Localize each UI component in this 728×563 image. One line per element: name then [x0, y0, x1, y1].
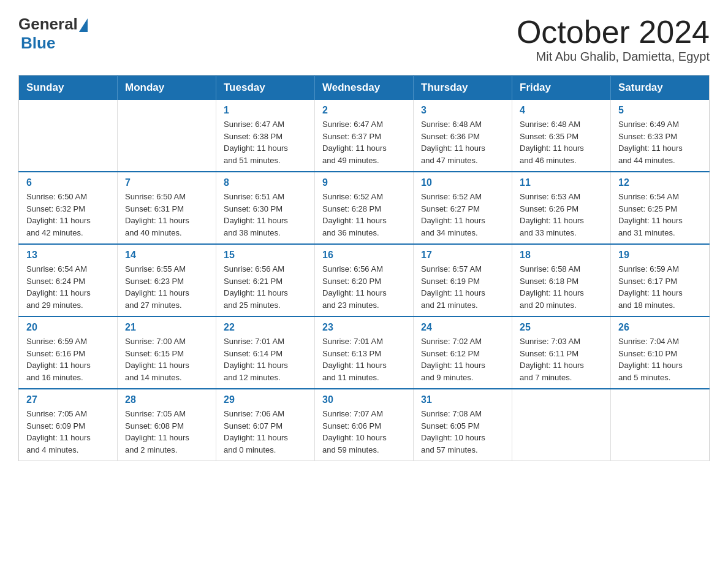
calendar-cell: 3Sunrise: 6:48 AM Sunset: 6:36 PM Daylig…: [414, 100, 512, 172]
day-info: Sunrise: 6:47 AM Sunset: 6:37 PM Dayligh…: [322, 118, 406, 166]
day-number: 7: [125, 177, 208, 188]
weekday-header-saturday: Saturday: [611, 75, 710, 101]
day-info: Sunrise: 6:48 AM Sunset: 6:35 PM Dayligh…: [520, 118, 603, 166]
calendar-cell: 11Sunrise: 6:53 AM Sunset: 6:26 PM Dayli…: [512, 172, 611, 244]
day-info: Sunrise: 6:52 AM Sunset: 6:27 PM Dayligh…: [421, 191, 504, 239]
day-number: 25: [520, 322, 603, 333]
title-area: October 2024 Mit Abu Ghalib, Damietta, E…: [517, 15, 710, 64]
week-row-5: 27Sunrise: 7:05 AM Sunset: 6:09 PM Dayli…: [19, 389, 710, 461]
day-number: 2: [322, 105, 406, 116]
day-info: Sunrise: 7:01 AM Sunset: 6:14 PM Dayligh…: [224, 335, 307, 383]
day-info: Sunrise: 7:00 AM Sunset: 6:15 PM Dayligh…: [125, 335, 208, 383]
calendar-cell: [512, 389, 611, 461]
calendar-cell: 7Sunrise: 6:50 AM Sunset: 6:31 PM Daylig…: [118, 172, 216, 244]
calendar-cell: 18Sunrise: 6:58 AM Sunset: 6:18 PM Dayli…: [512, 244, 611, 316]
logo: General Blue: [18, 15, 88, 53]
day-info: Sunrise: 6:59 AM Sunset: 6:16 PM Dayligh…: [26, 335, 110, 383]
calendar-cell: 9Sunrise: 6:52 AM Sunset: 6:28 PM Daylig…: [315, 172, 414, 244]
day-info: Sunrise: 6:56 AM Sunset: 6:20 PM Dayligh…: [322, 263, 406, 311]
location-title: Mit Abu Ghalib, Damietta, Egypt: [517, 50, 710, 64]
weekday-header-tuesday: Tuesday: [216, 75, 315, 101]
day-number: 28: [125, 394, 208, 405]
day-info: Sunrise: 6:54 AM Sunset: 6:24 PM Dayligh…: [26, 263, 110, 311]
calendar-cell: 5Sunrise: 6:49 AM Sunset: 6:33 PM Daylig…: [611, 100, 710, 172]
week-row-3: 13Sunrise: 6:54 AM Sunset: 6:24 PM Dayli…: [19, 244, 710, 316]
day-info: Sunrise: 6:57 AM Sunset: 6:19 PM Dayligh…: [421, 263, 504, 311]
week-row-2: 6Sunrise: 6:50 AM Sunset: 6:32 PM Daylig…: [19, 172, 710, 244]
day-number: 23: [322, 322, 406, 333]
day-info: Sunrise: 7:08 AM Sunset: 6:05 PM Dayligh…: [421, 408, 504, 456]
day-info: Sunrise: 6:50 AM Sunset: 6:31 PM Dayligh…: [125, 191, 208, 239]
day-info: Sunrise: 6:48 AM Sunset: 6:36 PM Dayligh…: [421, 118, 504, 166]
calendar-cell: 23Sunrise: 7:01 AM Sunset: 6:13 PM Dayli…: [315, 316, 414, 389]
day-info: Sunrise: 7:07 AM Sunset: 6:06 PM Dayligh…: [322, 408, 406, 456]
day-number: 19: [618, 250, 702, 261]
day-info: Sunrise: 6:55 AM Sunset: 6:23 PM Dayligh…: [125, 263, 208, 311]
logo-general-text: General: [18, 15, 78, 34]
day-info: Sunrise: 6:47 AM Sunset: 6:38 PM Dayligh…: [224, 118, 307, 166]
week-row-1: 1Sunrise: 6:47 AM Sunset: 6:38 PM Daylig…: [19, 100, 710, 172]
day-info: Sunrise: 6:53 AM Sunset: 6:26 PM Dayligh…: [520, 191, 603, 239]
day-info: Sunrise: 7:02 AM Sunset: 6:12 PM Dayligh…: [421, 335, 504, 383]
calendar-table: SundayMondayTuesdayWednesdayThursdayFrid…: [18, 75, 710, 461]
calendar-cell: 13Sunrise: 6:54 AM Sunset: 6:24 PM Dayli…: [19, 244, 118, 316]
day-info: Sunrise: 7:05 AM Sunset: 6:09 PM Dayligh…: [26, 408, 110, 456]
day-info: Sunrise: 6:52 AM Sunset: 6:28 PM Dayligh…: [322, 191, 406, 239]
day-number: 13: [26, 250, 110, 261]
calendar-cell: [118, 100, 216, 172]
calendar-cell: 2Sunrise: 6:47 AM Sunset: 6:37 PM Daylig…: [315, 100, 414, 172]
calendar-cell: 28Sunrise: 7:05 AM Sunset: 6:08 PM Dayli…: [118, 389, 216, 461]
calendar-cell: 20Sunrise: 6:59 AM Sunset: 6:16 PM Dayli…: [19, 316, 118, 389]
month-title: October 2024: [517, 15, 710, 50]
calendar-cell: 12Sunrise: 6:54 AM Sunset: 6:25 PM Dayli…: [611, 172, 710, 244]
calendar-cell: 10Sunrise: 6:52 AM Sunset: 6:27 PM Dayli…: [414, 172, 512, 244]
day-number: 9: [322, 177, 406, 188]
weekday-header-row: SundayMondayTuesdayWednesdayThursdayFrid…: [19, 75, 710, 101]
day-info: Sunrise: 6:58 AM Sunset: 6:18 PM Dayligh…: [520, 263, 603, 311]
day-number: 16: [322, 250, 406, 261]
day-number: 18: [520, 250, 603, 261]
calendar-cell: 15Sunrise: 6:56 AM Sunset: 6:21 PM Dayli…: [216, 244, 315, 316]
day-info: Sunrise: 6:51 AM Sunset: 6:30 PM Dayligh…: [224, 191, 307, 239]
day-info: Sunrise: 7:01 AM Sunset: 6:13 PM Dayligh…: [322, 335, 406, 383]
calendar-cell: 26Sunrise: 7:04 AM Sunset: 6:10 PM Dayli…: [611, 316, 710, 389]
calendar-cell: 31Sunrise: 7:08 AM Sunset: 6:05 PM Dayli…: [414, 389, 512, 461]
day-number: 29: [224, 394, 307, 405]
day-number: 17: [421, 250, 504, 261]
day-number: 10: [421, 177, 504, 188]
day-number: 1: [224, 105, 307, 116]
day-number: 12: [618, 177, 702, 188]
weekday-header-monday: Monday: [118, 75, 216, 101]
calendar-cell: 29Sunrise: 7:06 AM Sunset: 6:07 PM Dayli…: [216, 389, 315, 461]
day-info: Sunrise: 7:04 AM Sunset: 6:10 PM Dayligh…: [618, 335, 702, 383]
day-info: Sunrise: 7:05 AM Sunset: 6:08 PM Dayligh…: [125, 408, 208, 456]
calendar-cell: [611, 389, 710, 461]
day-info: Sunrise: 6:50 AM Sunset: 6:32 PM Dayligh…: [26, 191, 110, 239]
day-number: 8: [224, 177, 307, 188]
weekday-header-sunday: Sunday: [19, 75, 118, 101]
day-number: 20: [26, 322, 110, 333]
calendar-cell: 6Sunrise: 6:50 AM Sunset: 6:32 PM Daylig…: [19, 172, 118, 244]
day-number: 31: [421, 394, 504, 405]
calendar-cell: 17Sunrise: 6:57 AM Sunset: 6:19 PM Dayli…: [414, 244, 512, 316]
weekday-header-wednesday: Wednesday: [315, 75, 414, 101]
day-info: Sunrise: 6:49 AM Sunset: 6:33 PM Dayligh…: [618, 118, 702, 166]
day-info: Sunrise: 6:59 AM Sunset: 6:17 PM Dayligh…: [618, 263, 702, 311]
day-number: 3: [421, 105, 504, 116]
logo-blue-text: Blue: [21, 34, 55, 52]
day-number: 27: [26, 394, 110, 405]
day-number: 22: [224, 322, 307, 333]
calendar-cell: 22Sunrise: 7:01 AM Sunset: 6:14 PM Dayli…: [216, 316, 315, 389]
day-number: 4: [520, 105, 603, 116]
day-number: 15: [224, 250, 307, 261]
day-number: 24: [421, 322, 504, 333]
calendar-cell: 27Sunrise: 7:05 AM Sunset: 6:09 PM Dayli…: [19, 389, 118, 461]
day-number: 5: [618, 105, 702, 116]
calendar-cell: [19, 100, 118, 172]
calendar-cell: 25Sunrise: 7:03 AM Sunset: 6:11 PM Dayli…: [512, 316, 611, 389]
week-row-4: 20Sunrise: 6:59 AM Sunset: 6:16 PM Dayli…: [19, 316, 710, 389]
day-info: Sunrise: 6:56 AM Sunset: 6:21 PM Dayligh…: [224, 263, 307, 311]
calendar-cell: 1Sunrise: 6:47 AM Sunset: 6:38 PM Daylig…: [216, 100, 315, 172]
calendar-cell: 21Sunrise: 7:00 AM Sunset: 6:15 PM Dayli…: [118, 316, 216, 389]
calendar-cell: 16Sunrise: 6:56 AM Sunset: 6:20 PM Dayli…: [315, 244, 414, 316]
